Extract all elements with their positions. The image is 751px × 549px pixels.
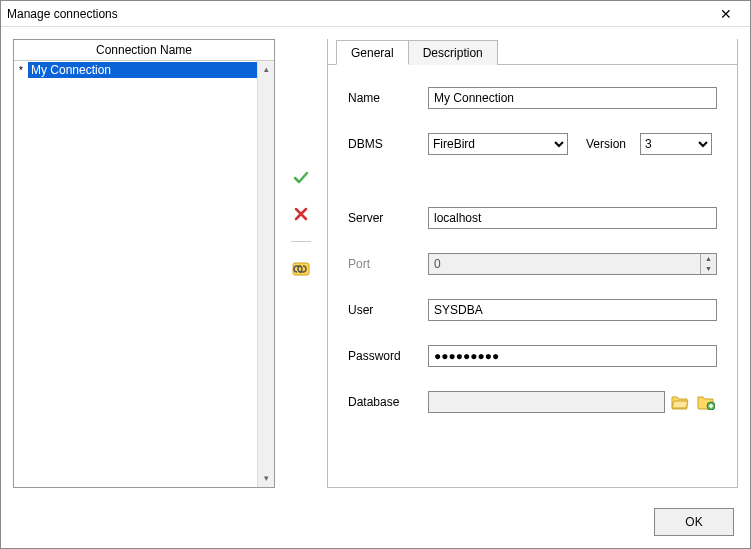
port-spinner[interactable]: ▲ ▼ [428,253,717,275]
dialog-body: Connection Name * My Connection ▴ ▾ [1,27,750,500]
check-icon [293,170,309,186]
connection-list[interactable]: * My Connection [14,61,257,487]
name-field[interactable] [428,87,717,109]
user-label: User [348,303,428,317]
tab-description[interactable]: Description [408,40,498,65]
version-label: Version [586,137,626,151]
tab-general[interactable]: General [336,40,409,65]
cross-icon [294,207,308,221]
general-tab-content: Name DBMS FireBird Version 3 [328,65,737,487]
link-icon [292,260,310,278]
version-select[interactable]: 3 [640,133,712,155]
port-field[interactable] [429,254,700,274]
server-label: Server [348,211,428,225]
toolbar-separator [291,241,311,242]
titlebar: Manage connections ✕ [1,1,750,27]
new-database-button[interactable] [695,391,717,413]
connection-list-header: Connection Name [14,40,274,61]
port-spin-buttons[interactable]: ▲ ▼ [700,254,716,274]
folder-plus-icon [697,394,715,410]
connection-list-area: * My Connection ▴ ▾ [14,61,274,487]
password-label: Password [348,349,428,363]
connection-list-scrollbar[interactable]: ▴ ▾ [257,61,274,487]
connection-list-panel: Connection Name * My Connection ▴ ▾ [13,39,275,488]
close-button[interactable]: ✕ [708,4,744,24]
name-label: Name [348,91,428,105]
scroll-down-button[interactable]: ▾ [258,470,274,487]
database-label: Database [348,395,428,409]
tab-bar: General Description [328,39,737,65]
action-toolbar [287,39,315,488]
list-item-name: My Connection [28,62,257,78]
link-button[interactable] [290,258,312,280]
user-field[interactable] [428,299,717,321]
window-title: Manage connections [7,7,708,21]
server-field[interactable] [428,207,717,229]
dbms-select[interactable]: FireBird [428,133,568,155]
ok-button[interactable]: OK [654,508,734,536]
spin-down-icon[interactable]: ▼ [701,264,716,274]
password-field[interactable] [428,345,717,367]
list-item-marker: * [14,64,28,76]
scroll-track[interactable] [258,78,274,470]
spin-up-icon[interactable]: ▲ [701,254,716,264]
details-panel: General Description Name DBMS FireBird V… [327,39,738,488]
approve-button[interactable] [290,167,312,189]
list-item[interactable]: * My Connection [14,61,257,79]
dialog-footer: OK [1,500,750,548]
browse-database-button[interactable] [669,391,691,413]
scroll-up-button[interactable]: ▴ [258,61,274,78]
port-label: Port [348,257,428,271]
database-field[interactable] [428,391,665,413]
folder-open-icon [671,394,689,410]
manage-connections-window: Manage connections ✕ Connection Name * M… [0,0,751,549]
dbms-label: DBMS [348,137,428,151]
delete-button[interactable] [290,203,312,225]
